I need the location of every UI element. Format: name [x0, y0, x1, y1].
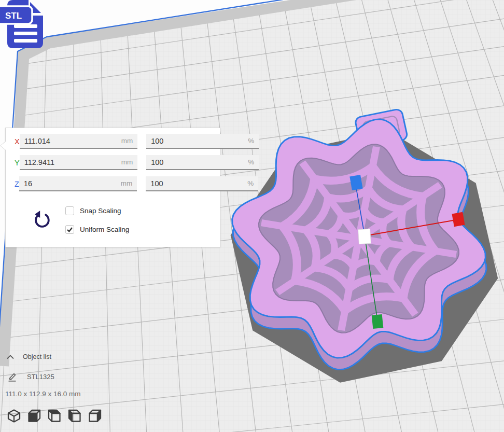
- chevron-up-icon[interactable]: [6, 354, 15, 359]
- view-front-button[interactable]: [26, 408, 42, 424]
- reset-scale-button[interactable]: [33, 210, 51, 229]
- axis-z-label: Z: [15, 180, 19, 188]
- cube-front-icon: [26, 408, 42, 424]
- y-percent-input[interactable]: [151, 158, 248, 166]
- stl-badge-label: STL: [5, 11, 22, 21]
- x-percent-field: %: [146, 134, 259, 149]
- snap-scaling-label: Snap Scaling: [80, 207, 121, 215]
- pencil-icon: [7, 372, 18, 382]
- view-left-button[interactable]: [67, 408, 82, 424]
- cube-left-icon: [67, 408, 82, 424]
- view-toolbar: [6, 408, 103, 424]
- stl-file-icon: STL: [0, 0, 48, 52]
- scale-tool-panel: X mm % Y mm % Z mm %: [5, 128, 220, 247]
- y-mm-unit: mm: [121, 158, 133, 166]
- object-name: STL1325: [27, 373, 54, 381]
- z-mm-field: mm: [19, 176, 137, 191]
- y-mm-field: mm: [20, 155, 138, 170]
- axis-y-label: Y: [15, 159, 20, 167]
- y-percent-field: %: [146, 155, 259, 170]
- x-mm-field: mm: [20, 134, 138, 149]
- scale-row-y: Y mm %: [6, 155, 220, 171]
- z-percent-unit: %: [247, 179, 254, 187]
- z-percent-input[interactable]: [150, 179, 247, 188]
- snap-scaling-row: Snap Scaling: [65, 206, 121, 215]
- reset-arrow-icon: [33, 210, 51, 229]
- scale-row-z: Z mm %: [6, 176, 220, 192]
- cube-right-icon: [87, 408, 103, 424]
- object-list-item[interactable]: STL1325: [7, 372, 54, 382]
- z-mm-unit: mm: [121, 179, 133, 187]
- snap-scaling-checkbox[interactable]: [65, 206, 74, 215]
- view-right-button[interactable]: [87, 408, 103, 424]
- check-icon: [66, 226, 74, 233]
- x-mm-unit: mm: [121, 137, 133, 145]
- uniform-scaling-label: Uniform Scaling: [80, 226, 129, 233]
- uniform-scaling-row: Uniform Scaling: [65, 225, 129, 234]
- scale-handle-x[interactable]: [452, 212, 465, 227]
- cube-wireframe-icon: [6, 408, 22, 424]
- x-mm-input[interactable]: [24, 137, 121, 145]
- scale-row-x: X mm %: [6, 133, 220, 149]
- x-percent-unit: %: [248, 137, 254, 145]
- z-mm-input[interactable]: [24, 179, 121, 188]
- x-percent-input[interactable]: [151, 137, 248, 145]
- y-percent-unit: %: [248, 158, 254, 166]
- view-top-button[interactable]: [47, 408, 62, 424]
- z-percent-field: %: [146, 176, 258, 191]
- file-text-lines: [14, 24, 37, 43]
- object-list-title: Object list: [23, 353, 51, 360]
- object-list-header: Object list: [6, 353, 51, 360]
- view-3d-button[interactable]: [6, 408, 22, 424]
- model-dimensions: 111.0 x 112.9 x 16.0 mm: [5, 390, 81, 398]
- axis-x-label: X: [15, 137, 20, 146]
- uniform-scaling-checkbox[interactable]: [65, 225, 74, 234]
- y-mm-input[interactable]: [24, 158, 121, 166]
- scale-handle-center[interactable]: [358, 229, 371, 244]
- cube-top-icon: [47, 408, 62, 424]
- scale-handle-y[interactable]: [372, 314, 384, 329]
